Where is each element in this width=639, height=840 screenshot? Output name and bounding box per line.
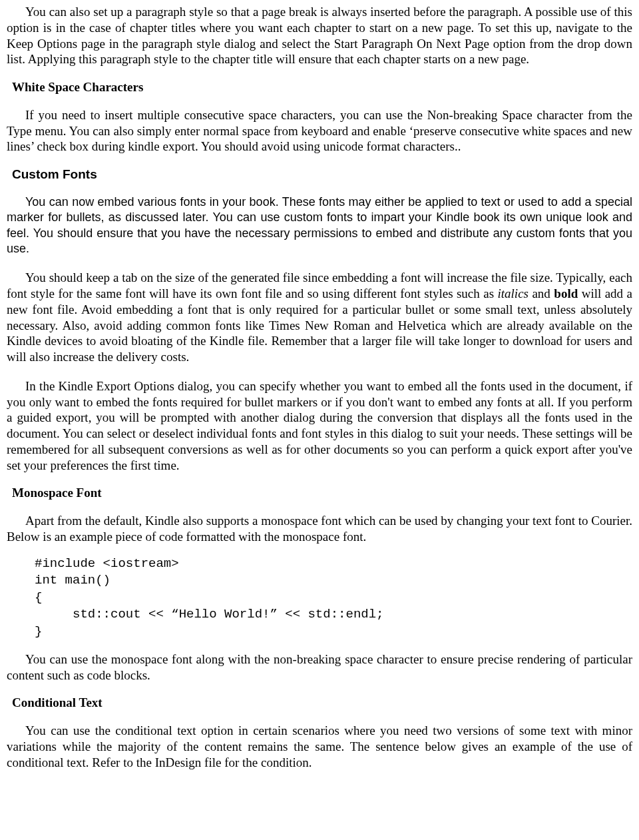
code-block: #include <iostream> int main() { std::co… bbox=[35, 556, 632, 641]
italic-text: italics bbox=[498, 286, 529, 300]
heading-conditional-text: Conditional Text bbox=[12, 695, 632, 711]
monospace-paragraph-1: Apart from the default, Kindle also supp… bbox=[7, 513, 632, 545]
customfonts-paragraph-1: You can now embed various fonts in your … bbox=[7, 195, 632, 257]
heading-monospace: Monospace Font bbox=[12, 485, 632, 501]
whitespace-paragraph: If you need to insert multiple consecuti… bbox=[7, 107, 632, 155]
monospace-paragraph-2: You can use the monospace font along wit… bbox=[7, 651, 632, 683]
customfonts-paragraph-2: You should keep a tab on the size of the… bbox=[7, 270, 632, 365]
bold-text: bold bbox=[554, 286, 578, 300]
intro-paragraph: You can also set up a paragraph style so… bbox=[7, 4, 632, 67]
text-span: and bbox=[529, 286, 554, 300]
conditional-paragraph: You can use the conditional text option … bbox=[7, 723, 632, 770]
heading-custom-fonts: Custom Fonts bbox=[12, 167, 632, 183]
heading-whitespace: White Space Characters bbox=[12, 79, 632, 95]
customfonts-paragraph-3: In the Kindle Export Options dialog, you… bbox=[7, 378, 632, 474]
